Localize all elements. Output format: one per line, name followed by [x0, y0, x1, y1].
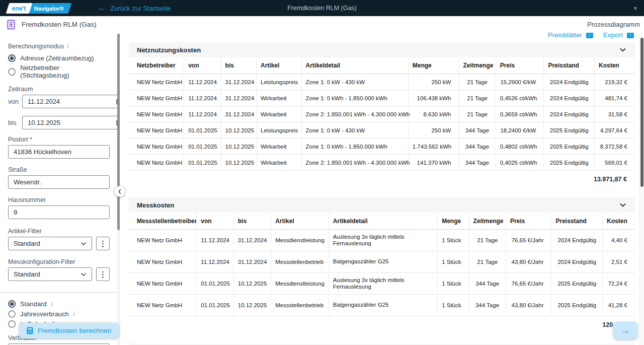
- artikel-filter-select[interactable]: Standard: [8, 237, 92, 250]
- table-cell: NEW Netz GmbH: [129, 155, 184, 171]
- messkosten-panel-header[interactable]: Messkosten: [129, 197, 635, 213]
- table-cell: 15,2900 €/kW: [496, 74, 544, 90]
- table-cell: 72,24 €: [603, 273, 635, 295]
- table-row: NEW Netz GmbH01.01.202510.12.2025Messdie…: [129, 273, 635, 295]
- strasse-field[interactable]: [8, 175, 110, 189]
- table-cell: 0,4025 ct/kWh: [496, 155, 544, 171]
- radio-dot-icon: [8, 310, 16, 318]
- table-cell: Auslesung 3x täglich mittels Fernauslesu…: [329, 273, 437, 295]
- von-label: von: [8, 98, 22, 105]
- table-cell: 2025 Endgültig: [544, 139, 595, 155]
- strasse-label: Straße: [8, 166, 110, 173]
- preisblaetter-link[interactable]: Preisblätter: [548, 33, 582, 39]
- panel-title: Netznutzungskosten: [137, 46, 201, 54]
- next-step-button[interactable]: →: [613, 322, 637, 339]
- bis-label: bis: [8, 119, 22, 126]
- table-row: NEW Netz GmbH01.01.202510.12.2025Messste…: [129, 295, 635, 316]
- fremdkosten-berechnen-label: Fremdkosten berechnen: [38, 327, 111, 334]
- sidebar-collapse-button[interactable]: ❮: [114, 186, 125, 197]
- table-cell: NEW Netz GmbH: [129, 106, 184, 122]
- table-cell: 2024 Endgültig: [544, 74, 595, 90]
- messkonfig-filter-menu-button[interactable]: ⋮: [96, 267, 110, 281]
- parameter-sidebar: Berechnungsmodus i Adresse (Zeitraumbezu…: [0, 33, 117, 345]
- table-cell: 10.12.2025: [233, 273, 271, 295]
- export-link[interactable]: Export: [603, 33, 623, 39]
- hausnummer-input[interactable]: [14, 209, 105, 216]
- radio-netzbetreiber-stichtagsbezug[interactable]: Netzbetreiber (Stichtagsbezug): [8, 64, 110, 79]
- topbar-caret-icon[interactable]: ▼: [633, 6, 638, 11]
- table-cell: 10.12.2025: [233, 295, 271, 316]
- table-cell: 2024 Endgültig: [551, 251, 603, 273]
- netznutzungskosten-panel: Netznutzungskosten NetzbetreibervonbisAr…: [129, 42, 635, 187]
- postort-field[interactable]: [8, 145, 110, 159]
- radio-standard[interactable]: Standard i: [8, 300, 110, 308]
- table-cell: 01.01.2025: [197, 273, 233, 295]
- window-scrollbar-thumb[interactable]: [640, 38, 643, 187]
- radio-label: Standard: [20, 300, 47, 308]
- table-cell: Zone 2: 1.850.001 kWh - 4.300.000 kWh: [301, 155, 408, 171]
- table-cell: 11.12.2024: [184, 90, 221, 106]
- netznutzungskosten-panel-header[interactable]: Netznutzungskosten: [129, 42, 635, 57]
- table-cell: 1 Stück: [438, 251, 469, 273]
- table-cell: 344 Tage: [459, 139, 496, 155]
- column-header: Artikel: [271, 213, 329, 230]
- table-cell: 481,74 €: [594, 90, 635, 106]
- sidebar-scrollbar-thumb[interactable]: [117, 34, 120, 230]
- table-cell: 1.743.562 kWh: [408, 139, 459, 155]
- artikel-filter-label: Artikel-Filter: [8, 228, 110, 235]
- table-cell: NEW Netz GmbH: [129, 251, 197, 273]
- results-area: Preisblätter ↓ Export ↓ Netznutzungskost…: [129, 33, 635, 345]
- von-date-field[interactable]: [22, 95, 117, 108]
- enet-navigator-logo: ene't Navigator®: [5, 3, 69, 14]
- chevron-down-icon: [80, 272, 87, 277]
- window-scrollbar[interactable]: [639, 33, 644, 345]
- table-cell: 8.630 kWh: [408, 106, 459, 122]
- back-link-label: Zurück zur Startseite: [110, 5, 171, 12]
- table-row: NEW Netz GmbH11.12.202431.12.2024Leistun…: [129, 74, 635, 90]
- table-cell: 76,65 €/Jahr: [506, 273, 551, 295]
- table-cell: Messdienstleistung: [271, 273, 329, 295]
- column-header: Artikeldetail: [329, 213, 437, 230]
- postort-input[interactable]: [14, 148, 105, 156]
- collapse-chevron-icon[interactable]: [619, 46, 627, 54]
- download-icon[interactable]: ↓: [627, 33, 634, 38]
- hausnummer-field[interactable]: [8, 205, 110, 219]
- radio-dot-icon: [8, 68, 16, 76]
- table-cell: 344 Tage: [469, 273, 506, 295]
- table-cell: 344 Tage: [469, 295, 506, 316]
- table-cell: Wirkarbeit: [256, 139, 301, 155]
- artikel-filter-menu-button[interactable]: ⋮: [96, 237, 110, 250]
- table-cell: Zone 1: 0 kW - 430 kW: [301, 74, 408, 90]
- column-header: Zeitmenge: [469, 213, 506, 230]
- strasse-input[interactable]: [14, 178, 105, 186]
- fremdkosten-berechnen-button[interactable]: Fremdkosten berechnen: [19, 323, 119, 338]
- table-cell: 21 Tage: [459, 106, 496, 122]
- bis-date-input[interactable]: [28, 119, 116, 126]
- radio-adresse-zeitraumbezug[interactable]: Adresse (Zeitraumbezug): [8, 54, 110, 62]
- table-cell: Leistungspreis: [256, 74, 301, 90]
- messkonfig-filter-select[interactable]: Standard: [8, 267, 92, 281]
- table-cell: 43,80 €/Jahr: [506, 251, 551, 273]
- bis-date-field[interactable]: [22, 116, 117, 129]
- table-cell: 0,3659 ct/kWh: [496, 106, 544, 122]
- back-to-start-link[interactable]: ← Zurück zur Startseite: [98, 4, 171, 12]
- table-cell: NEW Netz GmbH: [129, 295, 197, 316]
- collapse-chevron-icon[interactable]: [619, 201, 627, 209]
- table-cell: 2,51 €: [603, 251, 635, 273]
- column-header: von: [197, 213, 233, 230]
- prozessdiagramm-link[interactable]: Prozessdiagramm: [587, 21, 640, 28]
- table-cell: 31.12.2024: [221, 106, 256, 122]
- von-date-input[interactable]: [28, 98, 116, 105]
- table-cell: Zone 2: 1.850.001 kWh - 4.300.000 kWh: [301, 106, 408, 122]
- table-cell: 21 Tage: [469, 230, 506, 251]
- table-cell: 76,65 €/Jahr: [506, 230, 551, 251]
- back-arrow-icon: ←: [98, 4, 106, 12]
- radio-jahresverbrauch[interactable]: Jahresverbrauch i: [8, 310, 110, 318]
- column-header: Preis: [496, 57, 544, 74]
- messkosten-panel: Messkosten MessstellenbetreibervonbisArt…: [129, 197, 635, 333]
- artikel-filter-value: Standard: [14, 240, 80, 247]
- table-cell: 569,01 €: [594, 155, 635, 171]
- table-cell: 0,4802 ct/kWh: [496, 139, 544, 155]
- download-icon[interactable]: ↓: [586, 33, 593, 38]
- table-cell: NEW Netz GmbH: [129, 122, 184, 139]
